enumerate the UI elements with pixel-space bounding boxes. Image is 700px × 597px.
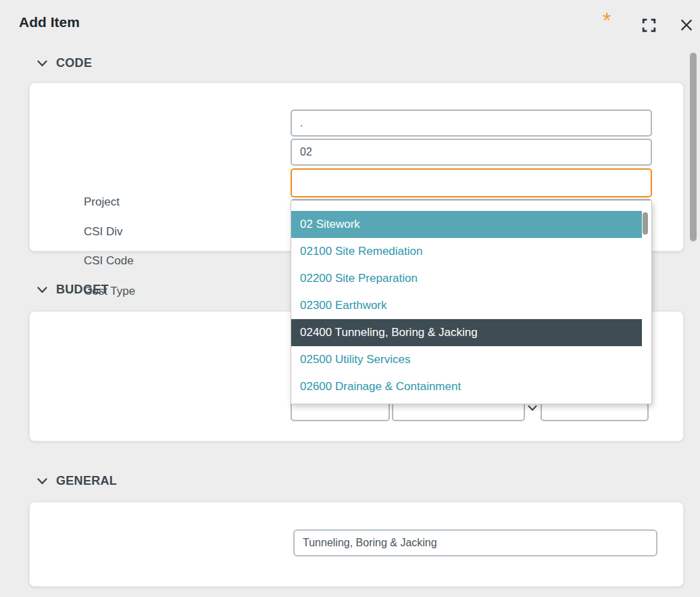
dialog-scrollbar-thumb[interactable] bbox=[690, 53, 697, 241]
required-asterisk-icon: * bbox=[603, 9, 611, 31]
dropdown-scrollbar-thumb[interactable] bbox=[643, 212, 648, 235]
section-header-budget[interactable]: BUDGET bbox=[37, 283, 109, 297]
dropdown-option[interactable]: 02500 Utility Services bbox=[291, 346, 651, 373]
section-label: BUDGET bbox=[56, 283, 109, 297]
csi-code-input[interactable] bbox=[291, 168, 652, 197]
csi-code-dropdown: 02 Sitework 02100 Site Remediation 02200… bbox=[291, 200, 652, 404]
description-input[interactable] bbox=[293, 529, 657, 556]
chevron-down-icon bbox=[37, 474, 47, 488]
project-input[interactable] bbox=[291, 110, 652, 137]
close-icon[interactable] bbox=[679, 18, 694, 35]
dropdown-option[interactable]: 02300 Earthwork bbox=[291, 292, 651, 319]
chevron-down-icon bbox=[37, 56, 47, 70]
chevron-down-icon bbox=[37, 283, 47, 297]
project-label: Project bbox=[84, 195, 120, 209]
section-header-general[interactable]: GENERAL bbox=[37, 474, 117, 488]
section-label: CODE bbox=[56, 56, 92, 70]
dropdown-option[interactable]: 02100 Site Remediation bbox=[291, 238, 651, 265]
expand-icon[interactable] bbox=[641, 17, 657, 37]
dropdown-option[interactable]: 02 Sitework bbox=[291, 211, 642, 238]
chevron-down-icon[interactable] bbox=[528, 402, 537, 414]
add-item-dialog: Add Item * CODE Project CSI Div CSI Code… bbox=[0, 0, 700, 597]
dropdown-option[interactable]: 02200 Site Preparation bbox=[291, 265, 651, 292]
section-label: GENERAL bbox=[56, 474, 117, 488]
csi-div-label: CSI Div bbox=[84, 225, 123, 239]
csi-div-input[interactable] bbox=[291, 139, 652, 166]
dropdown-option[interactable]: 02600 Drainage & Containment bbox=[291, 373, 651, 400]
section-header-code[interactable]: CODE bbox=[37, 56, 92, 70]
dropdown-option[interactable]: 02400 Tunneling, Boring & Jacking bbox=[291, 319, 642, 346]
dialog-title: Add Item bbox=[19, 14, 80, 30]
csi-code-label: CSI Code bbox=[84, 254, 134, 268]
